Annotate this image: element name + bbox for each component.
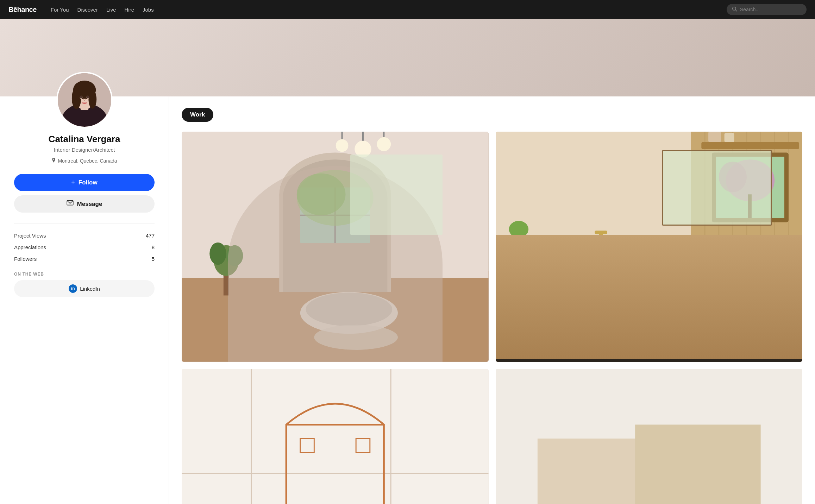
on-web-label: ON THE WEB xyxy=(14,272,155,277)
svg-rect-56 xyxy=(506,254,565,358)
svg-point-74 xyxy=(509,221,528,238)
svg-rect-16 xyxy=(279,194,391,292)
svg-rect-54 xyxy=(724,133,734,142)
work-tab-button[interactable]: Work xyxy=(182,108,213,122)
avatar-wrap xyxy=(56,72,113,128)
nav-jobs[interactable]: Jobs xyxy=(143,7,154,13)
svg-rect-85 xyxy=(635,424,761,504)
svg-point-66 xyxy=(565,242,642,257)
follow-plus-icon: + xyxy=(71,179,75,186)
svg-rect-58 xyxy=(632,254,691,358)
svg-point-19 xyxy=(283,159,387,236)
svg-point-32 xyxy=(355,141,371,158)
svg-point-30 xyxy=(226,245,243,266)
linkedin-button[interactable]: in LinkedIn xyxy=(14,280,155,297)
svg-rect-73 xyxy=(516,235,521,245)
svg-point-62 xyxy=(558,301,565,308)
svg-point-8 xyxy=(88,90,96,109)
svg-rect-72 xyxy=(785,284,791,304)
svg-rect-70 xyxy=(499,245,701,248)
linkedin-icon: in xyxy=(69,284,77,293)
svg-rect-18 xyxy=(283,198,387,292)
svg-rect-57 xyxy=(569,254,628,358)
svg-point-64 xyxy=(682,301,689,308)
appreciations-value: 8 xyxy=(152,244,155,250)
stat-followers: Followers 5 xyxy=(14,253,155,265)
stat-appreciations: Appreciations 8 xyxy=(14,241,155,253)
svg-point-34 xyxy=(336,139,349,152)
project-views-label: Project Views xyxy=(14,233,46,239)
project-2-image xyxy=(496,132,803,362)
profile-sidebar: Catalina Vergara Interior Designer/Archi… xyxy=(0,96,169,504)
svg-rect-69 xyxy=(595,231,607,234)
on-web-section: ON THE WEB in LinkedIn xyxy=(14,272,155,297)
hero-banner xyxy=(0,19,815,96)
svg-point-71 xyxy=(776,258,801,283)
projects-grid xyxy=(182,132,802,504)
appreciations-label: Appreciations xyxy=(14,244,46,250)
stat-project-views: Project Views 477 xyxy=(14,230,155,241)
svg-point-23 xyxy=(297,170,374,226)
svg-point-11 xyxy=(80,96,82,98)
svg-rect-14 xyxy=(182,271,489,361)
stats-section: Project Views 477 Appreciations 8 Follow… xyxy=(14,223,155,265)
project-3-image xyxy=(182,369,489,504)
svg-rect-68 xyxy=(599,233,603,245)
svg-point-24 xyxy=(297,174,346,215)
svg-point-25 xyxy=(300,292,398,334)
behance-logo[interactable]: Bēhance xyxy=(8,6,37,14)
message-icon xyxy=(67,200,74,208)
svg-rect-65 xyxy=(499,245,701,254)
svg-rect-20 xyxy=(300,187,370,243)
message-button[interactable]: Message xyxy=(14,195,155,213)
profile-title: Interior Designer/Architect xyxy=(54,147,115,153)
location-icon xyxy=(51,158,56,164)
svg-point-49 xyxy=(726,159,775,201)
nav-discover[interactable]: Discover xyxy=(77,7,98,13)
project-card-4[interactable] xyxy=(496,369,803,504)
project-1-image xyxy=(182,132,489,362)
svg-rect-51 xyxy=(748,194,752,218)
svg-point-33 xyxy=(377,137,391,151)
svg-rect-52 xyxy=(701,142,799,149)
nav-live[interactable]: Live xyxy=(106,7,116,13)
svg-rect-38 xyxy=(496,132,803,362)
message-label: Message xyxy=(77,201,102,208)
project-views-value: 477 xyxy=(146,233,155,239)
svg-point-31 xyxy=(314,325,398,350)
profile-location: Montreal, Quebec, Canada xyxy=(51,158,117,164)
svg-point-26 xyxy=(306,293,393,326)
location-text: Montreal, Quebec, Canada xyxy=(58,158,117,164)
main-layout: Catalina Vergara Interior Designer/Archi… xyxy=(0,96,815,504)
svg-point-63 xyxy=(621,301,628,308)
follow-button[interactable]: + Follow xyxy=(14,174,155,191)
svg-point-12 xyxy=(87,96,89,98)
followers-label: Followers xyxy=(14,256,37,262)
avatar xyxy=(58,73,111,127)
project-4-image xyxy=(496,369,803,504)
svg-rect-75 xyxy=(182,369,489,504)
nav-links: For You Discover Live Hire Jobs xyxy=(51,7,715,13)
nav-for-you[interactable]: For You xyxy=(51,7,69,13)
followers-value: 5 xyxy=(152,256,155,262)
svg-rect-53 xyxy=(708,132,721,142)
svg-point-29 xyxy=(209,242,226,265)
svg-point-50 xyxy=(719,162,746,192)
svg-point-67 xyxy=(570,244,637,255)
nav-hire[interactable]: Hire xyxy=(124,7,134,13)
linkedin-label: LinkedIn xyxy=(80,286,100,292)
profile-name: Catalina Vergara xyxy=(49,134,120,145)
project-2-dark-bar xyxy=(496,359,803,362)
main-content: Work xyxy=(169,96,815,504)
svg-line-1 xyxy=(735,10,737,11)
svg-rect-55 xyxy=(502,250,698,362)
follow-label: Follow xyxy=(79,179,98,186)
search-bar xyxy=(727,4,807,15)
project-card-2[interactable] xyxy=(496,132,803,362)
svg-point-7 xyxy=(71,88,81,109)
svg-rect-48 xyxy=(716,157,784,218)
search-icon xyxy=(732,6,737,13)
search-input[interactable] xyxy=(740,7,802,12)
project-card-1[interactable] xyxy=(182,132,489,362)
project-card-3[interactable] xyxy=(182,369,489,504)
